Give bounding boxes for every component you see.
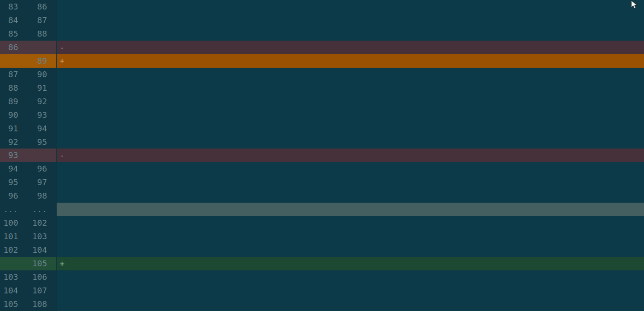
diff-viewer[interactable]: 83 86 private fun validatePsRequest(data… xyxy=(0,0,644,311)
old-line-number: 91 xyxy=(0,122,23,135)
code-line[interactable]: ) xyxy=(56,297,644,311)
diff-row[interactable]: 90 93 } xyxy=(0,108,644,122)
new-line-number xyxy=(23,41,50,54)
code-line[interactable]: Result.failure( xyxy=(56,270,644,284)
diff-row[interactable]: 84 87 PsGetBalanceRequest.fromJsonString… xyxy=(0,14,644,27)
old-line-number: 92 xyxy=(0,135,23,149)
new-line-number: 103 xyxy=(23,230,50,243)
new-line-number: 92 xyxy=(23,95,50,108)
code-line[interactable]: ServiceCommunicationException("validatio… xyxy=(56,81,644,95)
gutter-padding xyxy=(50,108,56,122)
diff-row[interactable]: 88 91 ServiceCommunicationException("val… xyxy=(0,81,644,95)
diff-row[interactable]: 89 92 ) xyxy=(0,95,644,108)
old-line-number: 100 xyxy=(0,216,23,230)
gutter-padding xyxy=(50,270,56,284)
diff-row[interactable]: 89 + if (!success.operTime.plus(Duration… xyxy=(0,54,644,68)
old-line-number xyxy=(0,257,23,270)
old-line-number: 86 xyxy=(0,41,23,54)
new-line-number: ... xyxy=(23,203,50,216)
gutter-padding xyxy=(50,176,56,189)
code-line[interactable]: onSuccess = { success -> xyxy=(56,27,644,41)
code-line[interactable]: } else { xyxy=(56,189,644,203)
gutter-padding xyxy=(50,95,56,108)
code-line[interactable]: + if (!success.operTime.plus(Duration.of… xyxy=(56,54,644,68)
diff-row[interactable]: 87 90 return Result.failure( xyxy=(0,68,644,81)
new-line-number: 104 xyxy=(23,243,50,257)
old-line-number: 96 xyxy=(0,189,23,203)
new-line-number: 95 xyxy=(23,135,50,149)
gutter-padding xyxy=(50,41,56,54)
code-line[interactable]: if (OperationType.OPERATION_HISTORY == g… xyxy=(56,122,644,135)
code-line[interactable]: } xyxy=(56,216,644,230)
gutter-padding xyxy=(50,243,56,257)
gutter-padding xyxy=(50,27,56,41)
new-line-number: 94 xyxy=(23,122,50,135)
new-line-number: 89 xyxy=(23,54,50,68)
diff-row[interactable]: 95 97 return Result.success(data) xyxy=(0,176,644,189)
old-line-number: ... xyxy=(0,203,23,216)
diff-row[interactable]: 91 94 if (OperationType.OPERATION_HISTOR… xyxy=(0,122,644,135)
gutter-padding xyxy=(50,0,56,14)
code-line[interactable]: ) { xyxy=(56,162,644,176)
diff-row[interactable]: 86 - if (OffsetDateTime.now().plus(Durat… xyxy=(0,41,644,54)
diff-row[interactable]: 96 98 } else { xyxy=(0,189,644,203)
old-line-number: 95 xyxy=(0,176,23,189)
old-line-number: 103 xyxy=(0,270,23,284)
diff-row[interactable]: ... ... @@ -100,6 +102,7 @@ data class H… xyxy=(0,203,644,216)
new-line-number: 93 xyxy=(23,108,50,122)
diff-row[interactable]: 103 106 Result.failure( xyxy=(0,270,644,284)
gutter-padding xyxy=(50,297,56,311)
diff-row[interactable]: 94 96 ) { xyxy=(0,162,644,176)
gutter-padding xyxy=(50,149,56,162)
diff-row[interactable]: 83 86 private fun validatePsRequest(data… xyxy=(0,0,644,14)
new-line-number: 86 xyxy=(23,0,50,14)
diff-row[interactable]: 92 95 && success.dateFrom.isBefore(succe… xyxy=(0,135,644,149)
gutter-padding xyxy=(50,257,56,270)
diff-row[interactable]: 85 88 onSuccess = { success -> xyxy=(0,27,644,41)
code-line[interactable]: private fun validatePsRequest(data: Http… xyxy=(56,0,644,14)
old-line-number: 104 xyxy=(0,284,23,297)
code-line[interactable]: PsGetBalanceRequest.fromJsonString(data.… xyxy=(56,14,644,27)
code-line[interactable]: + log.info("failure") xyxy=(56,257,644,270)
code-line[interactable]: }, xyxy=(56,230,644,243)
change-marker-icon: - xyxy=(60,41,65,54)
code-line[interactable]: ServiceCommunicationException("validatio… xyxy=(56,284,644,297)
diff-row[interactable]: 93 - && (success.dateTo == null || succe… xyxy=(0,149,644,162)
gutter-padding xyxy=(50,54,56,68)
new-line-number: 105 xyxy=(23,257,50,270)
diff-row[interactable]: 105 108 ) xyxy=(0,297,644,311)
gutter-padding xyxy=(50,189,56,203)
diff-row[interactable]: 102 104 onFailure = { xyxy=(0,243,644,257)
gutter-padding xyxy=(50,230,56,243)
old-line-number: 84 xyxy=(0,14,23,27)
old-line-number: 105 xyxy=(0,297,23,311)
diff-row[interactable]: 101 103 }, xyxy=(0,230,644,243)
old-line-number: 102 xyxy=(0,243,23,257)
code-line[interactable]: && success.dateFrom.isBefore(success.dat… xyxy=(56,135,644,149)
code-line[interactable]: @@ -100,6 +102,7 @@ data class HttpReque… xyxy=(56,203,644,216)
new-line-number: 107 xyxy=(23,284,50,297)
code-line[interactable]: } xyxy=(56,108,644,122)
code-line[interactable]: - && (success.dateTo == null || success.… xyxy=(56,149,644,162)
code-line[interactable]: return Result.success(data) xyxy=(56,176,644,189)
new-line-number: 91 xyxy=(23,81,50,95)
code-line[interactable]: onFailure = { xyxy=(56,243,644,257)
code-line[interactable]: ) xyxy=(56,95,644,108)
new-line-number: 106 xyxy=(23,270,50,284)
code-line[interactable]: return Result.failure( xyxy=(56,68,644,81)
old-line-number: 101 xyxy=(0,230,23,243)
gutter-padding xyxy=(50,14,56,27)
diff-row[interactable]: 105 + log.info("failure") xyxy=(0,257,644,270)
old-line-number: 89 xyxy=(0,95,23,108)
diff-row[interactable]: 104 107 ServiceCommunicationException("v… xyxy=(0,284,644,297)
new-line-number: 96 xyxy=(23,162,50,176)
change-marker-icon: + xyxy=(60,257,65,270)
diff-row[interactable]: 100 102 } xyxy=(0,216,644,230)
new-line-number: 87 xyxy=(23,14,50,27)
old-line-number: 88 xyxy=(0,81,23,95)
gutter-padding xyxy=(50,135,56,149)
gutter-padding xyxy=(50,68,56,81)
new-line-number: 102 xyxy=(23,216,50,230)
code-line[interactable]: - if (OffsetDateTime.now().plus(Duration… xyxy=(56,41,644,54)
gutter-padding xyxy=(50,216,56,230)
